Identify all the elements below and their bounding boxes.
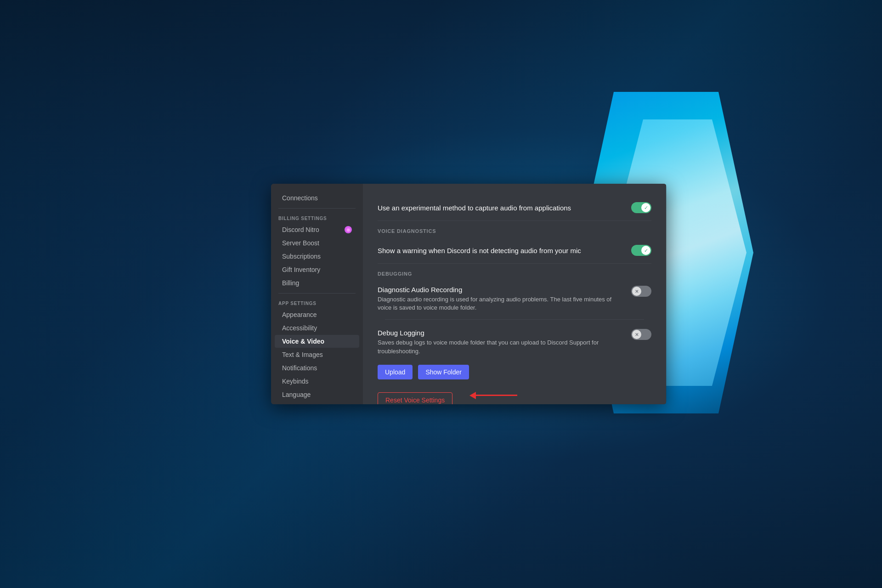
settings-sidebar: Connections BILLING SETTINGS Discord Nit…: [271, 184, 363, 404]
debug-logging-toggle[interactable]: ✕: [631, 329, 651, 340]
arrow-annotation: [469, 392, 517, 399]
discord-settings-window: Connections BILLING SETTINGS Discord Nit…: [271, 184, 666, 404]
sidebar-label-server-boost: Server Boost: [282, 239, 319, 247]
sidebar-item-billing[interactable]: Billing: [275, 277, 359, 289]
nitro-icon: ◎: [345, 226, 352, 233]
sidebar-item-notifications[interactable]: Notifications: [275, 362, 359, 374]
debug-logging-group: Debug Logging Saves debug logs to voice …: [378, 323, 651, 359]
experimental-audio-label: Use an experimental method to capture au…: [378, 204, 631, 212]
billing-section-label: BILLING SETTINGS: [271, 212, 363, 223]
upload-button[interactable]: Upload: [378, 365, 413, 379]
reset-section: Reset Voice Settings: [378, 383, 651, 404]
sidebar-item-accessibility[interactable]: Accessibility: [275, 322, 359, 334]
diagnostic-audio-toggle[interactable]: ✕: [631, 286, 651, 297]
debug-logging-description: Saves debug logs to voice module folder …: [378, 339, 624, 355]
arrow-head: [469, 392, 476, 399]
sidebar-label-discord-nitro: Discord Nitro: [282, 226, 319, 233]
reset-voice-settings-button[interactable]: Reset Voice Settings: [378, 392, 452, 404]
sidebar-item-keybinds[interactable]: Keybinds: [275, 375, 359, 388]
main-content-area: Use an experimental method to capture au…: [363, 184, 666, 404]
voice-diagnostics-section-title: VOICE DIAGNOSTICS: [378, 221, 651, 237]
diagnostic-audio-group: Diagnostic Audio Recording Diagnostic au…: [378, 280, 651, 316]
sidebar-item-windows-settings[interactable]: Windows Settings: [275, 401, 359, 404]
sidebar-label-text-images: Text & Images: [282, 351, 323, 358]
sidebar-label-gift-inventory: Gift Inventory: [282, 266, 320, 273]
voice-diagnostics-toggle[interactable]: ✓: [631, 245, 651, 256]
debug-button-row: Upload Show Folder: [378, 365, 651, 379]
sidebar-item-discord-nitro[interactable]: Discord Nitro ◎: [275, 223, 359, 236]
toggle-checkmark: ✓: [641, 203, 650, 212]
sidebar-item-language[interactable]: Language: [275, 388, 359, 401]
toggle-x-icon: ✕: [632, 287, 641, 296]
voice-diagnostics-row: Show a warning when Discord is not detec…: [378, 237, 651, 264]
diagnostic-audio-label: Diagnostic Audio Recording: [378, 286, 624, 294]
sidebar-label-notifications: Notifications: [282, 364, 317, 372]
diagnostic-audio-description: Diagnostic audio recording is used for a…: [378, 295, 624, 312]
sidebar-label-language: Language: [282, 391, 311, 398]
experimental-audio-row: Use an experimental method to capture au…: [378, 195, 651, 221]
sidebar-item-gift-inventory[interactable]: Gift Inventory: [275, 263, 359, 276]
show-folder-button[interactable]: Show Folder: [418, 365, 469, 379]
debugging-section-title: DEBUGGING: [378, 264, 651, 280]
toggle-checkmark-2: ✓: [641, 246, 650, 255]
sidebar-label-billing: Billing: [282, 279, 299, 287]
sidebar-item-subscriptions[interactable]: Subscriptions: [275, 250, 359, 263]
content-divider-1: [385, 319, 644, 320]
sidebar-item-appearance[interactable]: Appearance: [275, 308, 359, 321]
sidebar-divider-1: [278, 208, 356, 209]
sidebar-label-subscriptions: Subscriptions: [282, 253, 321, 260]
sidebar-label-connections: Connections: [282, 194, 318, 202]
voice-diagnostics-label: Show a warning when Discord is not detec…: [378, 247, 631, 254]
sidebar-item-server-boost[interactable]: Server Boost: [275, 237, 359, 249]
sidebar-label-voice-video: Voice & Video: [282, 338, 324, 345]
sidebar-item-text-images[interactable]: Text & Images: [275, 348, 359, 361]
experimental-audio-toggle[interactable]: ✓: [631, 202, 651, 213]
arrow-line: [476, 395, 517, 396]
sidebar-label-accessibility: Accessibility: [282, 324, 317, 332]
sidebar-item-voice-video[interactable]: Voice & Video: [275, 335, 359, 348]
sidebar-label-keybinds: Keybinds: [282, 378, 309, 385]
sidebar-item-connections[interactable]: Connections: [275, 192, 359, 204]
app-section-label: APP SETTINGS: [271, 297, 363, 308]
toggle-x-icon-2: ✕: [632, 330, 641, 339]
debug-logging-label: Debug Logging: [378, 329, 624, 337]
sidebar-divider-2: [278, 293, 356, 294]
sidebar-label-appearance: Appearance: [282, 311, 317, 318]
